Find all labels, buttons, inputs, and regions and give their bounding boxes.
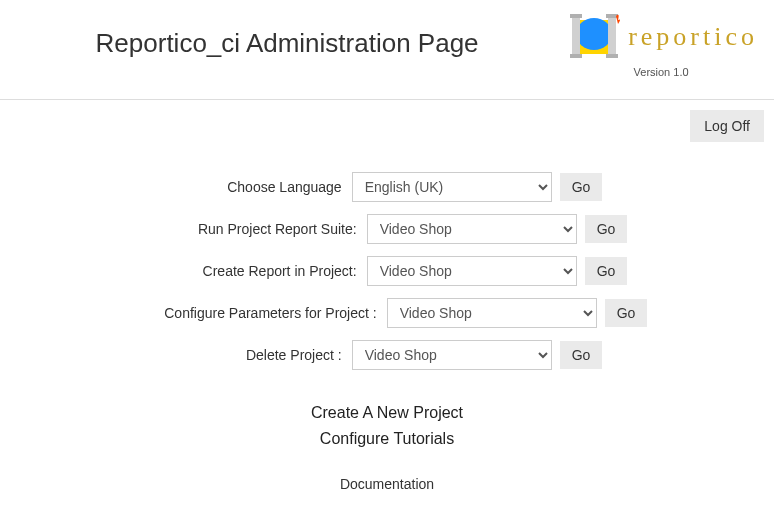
language-select[interactable]: English (UK) xyxy=(352,172,552,202)
run-suite-go-button[interactable]: Go xyxy=(585,215,628,243)
documentation-link[interactable]: Documentation xyxy=(40,476,734,492)
logoff-button[interactable]: Log Off xyxy=(690,110,764,142)
delete-project-label: Delete Project : xyxy=(172,347,352,363)
svg-rect-3 xyxy=(608,16,616,56)
svg-rect-4 xyxy=(570,14,582,18)
logoff-bar: Log Off xyxy=(0,100,774,142)
version-label: Version 1.0 xyxy=(634,66,689,78)
logo: reportico xyxy=(564,10,758,64)
delete-project-go-button[interactable]: Go xyxy=(560,341,603,369)
delete-project-select[interactable]: Video Shop xyxy=(352,340,552,370)
configure-tutorials-link[interactable]: Configure Tutorials xyxy=(40,430,734,448)
language-go-button[interactable]: Go xyxy=(560,173,603,201)
create-report-label: Create Report in Project: xyxy=(147,263,367,279)
row-configure-params: Configure Parameters for Project : Video… xyxy=(40,298,734,328)
configure-params-label: Configure Parameters for Project : xyxy=(127,305,387,321)
links-section: Create A New Project Configure Tutorials… xyxy=(40,382,734,492)
configure-params-select[interactable]: Video Shop xyxy=(387,298,597,328)
row-run-suite: Run Project Report Suite: Video Shop Go xyxy=(40,214,734,244)
svg-rect-6 xyxy=(570,54,582,58)
page-title: Reportico_ci Administration Page xyxy=(10,28,564,59)
header: Reportico_ci Administration Page reporti… xyxy=(0,0,774,100)
language-label: Choose Language xyxy=(172,179,352,195)
svg-rect-2 xyxy=(572,16,580,56)
run-suite-select[interactable]: Video Shop xyxy=(367,214,577,244)
row-language: Choose Language English (UK) Go xyxy=(40,172,734,202)
svg-rect-7 xyxy=(606,54,618,58)
row-create-report: Create Report in Project: Video Shop Go xyxy=(40,256,734,286)
logo-wrap: reportico Version 1.0 xyxy=(564,10,764,78)
create-report-go-button[interactable]: Go xyxy=(585,257,628,285)
form-area: Choose Language English (UK) Go Run Proj… xyxy=(0,142,774,492)
run-suite-label: Run Project Report Suite: xyxy=(147,221,367,237)
logo-text: reportico xyxy=(628,22,758,52)
create-report-select[interactable]: Video Shop xyxy=(367,256,577,286)
configure-params-go-button[interactable]: Go xyxy=(605,299,648,327)
title-wrap: Reportico_ci Administration Page xyxy=(10,10,564,59)
row-delete-project: Delete Project : Video Shop Go xyxy=(40,340,734,370)
create-new-project-link[interactable]: Create A New Project xyxy=(40,404,734,422)
pillar-icon xyxy=(564,10,624,64)
svg-point-1 xyxy=(576,18,612,50)
